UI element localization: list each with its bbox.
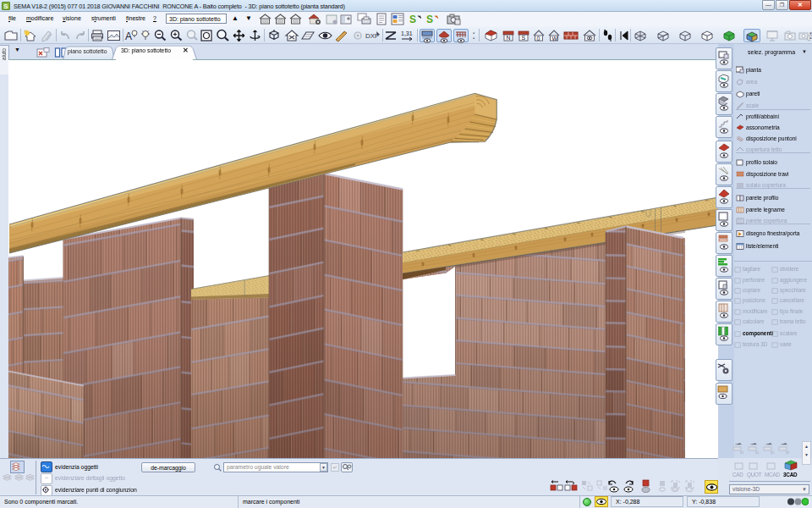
svg-text:1,31: 1,31 xyxy=(401,30,413,36)
svg-text:N: N xyxy=(507,35,511,41)
svg-text:A: A xyxy=(125,30,132,42)
svg-text:S: S xyxy=(426,14,433,25)
svg-text:W: W xyxy=(552,36,558,41)
svg-text:S: S xyxy=(409,14,416,25)
svg-text:0: 0 xyxy=(537,36,540,41)
svg-text:S: S xyxy=(522,35,526,41)
